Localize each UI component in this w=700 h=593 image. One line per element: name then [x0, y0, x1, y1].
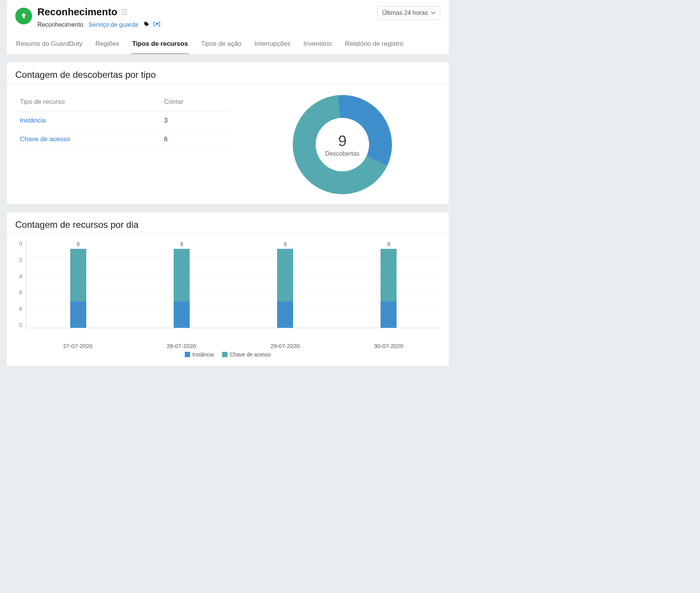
time-range-dropdown[interactable]: Últimas 24 horas [377, 6, 440, 20]
page-status-icon [15, 8, 32, 24]
table-row: Chave de acesso6 [15, 130, 229, 149]
stacked-bar[interactable]: 9 [174, 249, 190, 328]
title-menu-icon[interactable] [121, 10, 127, 15]
ytick-label: 0 [15, 322, 22, 328]
legend-swatch-b [222, 352, 227, 357]
tab-regi-es[interactable]: Regiões [95, 36, 120, 54]
xtick-label: 29-07-2020 [233, 343, 337, 349]
xtick-label: 27-07-2020 [26, 343, 130, 349]
bar-segment-instance [381, 301, 397, 328]
bar-segment-instance [70, 301, 86, 328]
bar-segment-access-key [174, 249, 190, 301]
tab-tipos-de-a-o[interactable]: Tipos de ação [200, 36, 242, 54]
chevron-down-icon [431, 11, 435, 15]
bar-column: 9 [26, 240, 130, 328]
bar-segment-access-key [277, 249, 293, 301]
bar-segment-instance [277, 301, 293, 328]
breadcrumb: Reconhecimento Serviço de guarda [37, 21, 160, 29]
bar-chart-plot: 9999 [26, 240, 440, 328]
resources-by-day-card: Contagem de recursos por dia 024680 9999… [7, 213, 449, 366]
bar-column: 9 [130, 240, 233, 328]
bar-total-label: 9 [77, 241, 80, 247]
bar-chart-legend: Instância Chave de acesso [15, 351, 440, 358]
xtick-label: 28-07-2020 [130, 343, 234, 349]
resource-type-link[interactable]: Chave de acesso [15, 130, 160, 149]
xtick-label: 30-07-2020 [337, 343, 441, 349]
legend-label-b: Chave de acesso [230, 351, 271, 358]
legend-swatch-a [185, 352, 190, 357]
donut-total-label: Descobertas [325, 150, 360, 157]
resource-type-count: 3 [160, 111, 229, 130]
resource-type-count: 6 [160, 130, 229, 149]
bar-column: 9 [234, 240, 337, 328]
resources-by-day-title: Contagem de recursos por dia [15, 219, 440, 230]
resource-type-link[interactable]: Instância [15, 111, 160, 130]
ytick-label: 8 [15, 306, 22, 312]
bar-total-label: 9 [284, 241, 287, 247]
bar-segment-instance [174, 301, 190, 328]
stacked-bar[interactable]: 9 [70, 249, 86, 328]
breadcrumb-service-link[interactable]: Serviço de guarda [89, 21, 138, 28]
bar-column: 9 [337, 240, 440, 328]
bar-total-label: 9 [180, 241, 183, 247]
ytick-label: 0 [15, 240, 22, 247]
donut-total-value: 9 [338, 132, 347, 150]
ytick-label: 6 [15, 289, 22, 295]
annotation-icon[interactable] [153, 21, 160, 28]
col-count: Contar [160, 91, 229, 111]
legend-label-a: Instância [192, 351, 214, 358]
bar-segment-access-key [381, 249, 397, 301]
page-title: Reconhecimento [37, 6, 160, 18]
tag-icon[interactable] [144, 21, 150, 29]
tab-invent-rio[interactable]: Inventário [303, 36, 333, 54]
findings-by-type-card: Contagem de descobertas por tipo Tipo de… [7, 63, 449, 204]
bar-chart-yaxis: 024680 [15, 240, 26, 328]
findings-by-type-title: Contagem de descobertas por tipo [15, 69, 440, 80]
page-title-text: Reconhecimento [37, 6, 118, 18]
resource-type-table: Tipo de recurso Contar Instância3Chave d… [15, 91, 229, 149]
tab-interrup-es[interactable]: Interrupções [254, 36, 292, 54]
table-row: Instância3 [15, 111, 229, 130]
dashboard-header-card: Reconhecimento Reconhecimento Serviço de… [7, 0, 449, 54]
tab-resumo-do-guardduty[interactable]: Resumo do GuardDuty [15, 36, 83, 54]
ytick-label: 4 [15, 273, 22, 279]
tab-bar: Resumo do GuardDutyRegiõesTipos de recur… [15, 36, 440, 54]
bar-chart-xaxis: 27-07-202028-07-202029-07-202030-07-2020 [26, 343, 440, 349]
findings-donut-chart: 9 Descobertas [293, 95, 392, 194]
tab-relat-rio-de-registro[interactable]: Relatório de registro [344, 36, 404, 54]
bar-segment-access-key [70, 249, 86, 301]
time-range-label: Últimas 24 horas [382, 10, 428, 16]
breadcrumb-root: Reconhecimento [37, 21, 83, 28]
col-resource-type: Tipo de recurso [15, 91, 160, 111]
bar-total-label: 9 [387, 241, 390, 247]
ytick-label: 2 [15, 257, 22, 263]
stacked-bar[interactable]: 9 [277, 249, 293, 328]
tab-tipos-de-recursos[interactable]: Tipos de recursos [131, 36, 189, 54]
stacked-bar[interactable]: 9 [381, 249, 397, 328]
